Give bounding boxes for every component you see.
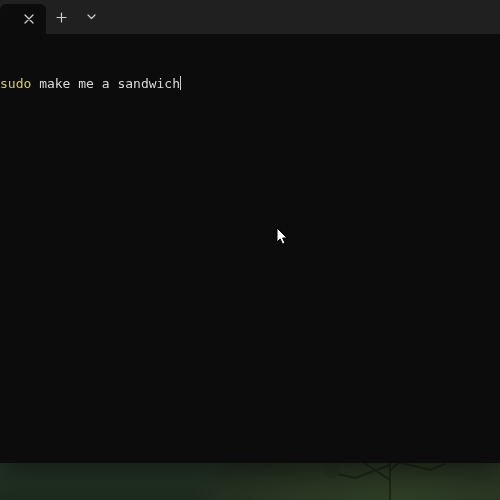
close-icon[interactable] bbox=[22, 12, 36, 26]
command-keyword: sudo bbox=[0, 76, 31, 91]
command-rest: make me a sandwich bbox=[31, 76, 180, 91]
new-tab-button[interactable] bbox=[46, 0, 76, 34]
active-tab[interactable] bbox=[0, 4, 46, 34]
chevron-down-icon bbox=[87, 14, 96, 20]
title-bar[interactable] bbox=[0, 0, 500, 34]
text-caret bbox=[180, 76, 181, 90]
terminal-line: sudo make me a sandwich bbox=[0, 75, 500, 93]
desktop-wallpaper: sudo make me a sandwich bbox=[0, 0, 500, 500]
plus-icon bbox=[56, 12, 67, 23]
svg-point-7 bbox=[324, 462, 340, 478]
terminal-viewport[interactable]: sudo make me a sandwich bbox=[0, 34, 500, 463]
terminal-window: sudo make me a sandwich bbox=[0, 0, 500, 463]
tab-dropdown-button[interactable] bbox=[76, 0, 106, 34]
